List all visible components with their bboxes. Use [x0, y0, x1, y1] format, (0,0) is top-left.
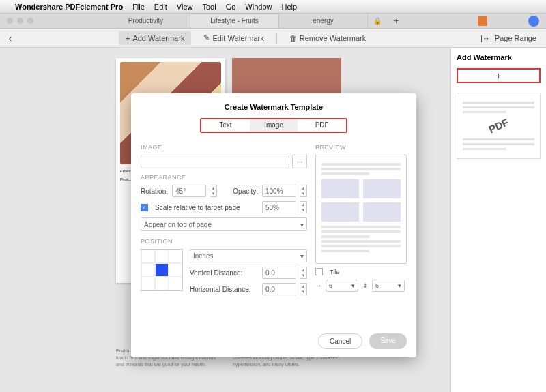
image-path-input[interactable] — [141, 155, 289, 168]
add-watermark-tile[interactable]: + — [457, 68, 541, 83]
back-button[interactable]: ‹ — [0, 33, 20, 44]
save-button[interactable]: Save — [369, 333, 407, 349]
vdist-input[interactable]: 0.0 — [262, 267, 296, 279]
vdist-stepper[interactable]: ▲▼ — [300, 267, 307, 279]
tab-productivity[interactable]: Productivity — [102, 14, 190, 28]
side-title: Add Watermark — [457, 53, 541, 61]
menu-edit[interactable]: Edit — [154, 3, 167, 11]
app-name[interactable]: Wondershare PDFelement Pro — [15, 3, 123, 11]
chevron-down-icon: ▾ — [300, 252, 304, 260]
tile-h-icon: ↔ — [315, 282, 321, 289]
watermark-toolbar: ‹ +Add Watermark ✎Edit Watermark 🗑Remove… — [0, 29, 546, 48]
vdist-label: Vertical Distance: — [190, 269, 258, 277]
seg-image[interactable]: Image — [250, 119, 298, 132]
rotation-input[interactable]: 45° — [172, 185, 206, 197]
seg-text[interactable]: Text — [201, 119, 250, 132]
brand-icon — [478, 16, 487, 26]
section-image: IMAGE — [141, 144, 307, 151]
tile-v-icon: ⇕ — [362, 282, 368, 289]
divider — [276, 33, 277, 44]
rotation-label: Rotation: — [141, 187, 168, 195]
opacity-stepper[interactable]: ▲▼ — [300, 185, 307, 197]
menu-window[interactable]: Window — [245, 3, 272, 11]
side-panel: Add Watermark + PDF — [450, 48, 546, 392]
tile-cols-input[interactable]: 6▾ — [326, 280, 358, 292]
range-icon: |↔| — [480, 34, 492, 42]
tile-checkbox[interactable] — [315, 268, 323, 275]
lock-icon: 🔒 — [368, 17, 387, 25]
units-select[interactable]: Inches▾ — [190, 249, 307, 262]
section-appearance: APPEARANCE — [141, 174, 307, 181]
watermark-template-thumb[interactable]: PDF — [457, 93, 541, 159]
create-watermark-modal: Create Watermark Template Text Image PDF… — [131, 93, 416, 357]
chevron-down-icon: ▾ — [300, 221, 304, 228]
layer-select[interactable]: Appear on top of page▾ — [141, 217, 307, 231]
tab-energy[interactable]: energy — [279, 14, 368, 28]
opacity-label: Opacity: — [233, 187, 258, 195]
source-segmented[interactable]: Text Image PDF — [200, 118, 347, 133]
menu-go[interactable]: Go — [226, 3, 236, 11]
tab-lifestyle[interactable]: Lifestyle - Fruits — [190, 14, 279, 28]
hdist-input[interactable]: 0.0 — [262, 283, 296, 295]
scale-stepper[interactable]: ▲▼ — [300, 201, 307, 213]
plus-icon: + — [126, 34, 130, 42]
anchor-grid[interactable] — [141, 249, 183, 291]
avatar[interactable] — [528, 16, 539, 27]
add-watermark-button[interactable]: +Add Watermark — [119, 31, 191, 45]
seg-pdf[interactable]: PDF — [298, 119, 346, 132]
remove-watermark-button[interactable]: 🗑Remove Watermark — [283, 31, 373, 45]
opacity-input[interactable]: 100% — [262, 185, 296, 197]
anchor-center[interactable] — [155, 263, 169, 277]
tile-label: Tile — [330, 269, 339, 275]
modal-title: Create Watermark Template — [131, 93, 416, 118]
section-position: POSITION — [141, 238, 307, 245]
new-tab-button[interactable]: + — [387, 16, 405, 26]
menu-view[interactable]: View — [177, 3, 193, 11]
scale-checkbox[interactable]: ✓ — [141, 204, 148, 211]
hdist-stepper[interactable]: ▲▼ — [300, 283, 307, 295]
scale-input[interactable]: 50% — [262, 201, 296, 213]
page-thumb-2 — [232, 58, 341, 99]
pencil-icon: ✎ — [203, 33, 210, 42]
hdist-label: Horizontal Distance: — [190, 286, 258, 293]
menu-file[interactable]: File — [132, 3, 145, 11]
browse-button[interactable]: ··· — [292, 155, 307, 168]
section-preview: PREVIEW — [315, 144, 407, 151]
document-tabbar: Productivity Lifestyle - Fruits energy 🔒… — [0, 14, 546, 29]
tile-rows-input[interactable]: 6▾ — [372, 280, 405, 292]
menu-tool[interactable]: Tool — [202, 3, 216, 11]
trash-icon: 🗑 — [289, 34, 297, 42]
watermark-preview — [315, 155, 407, 264]
scale-label: Scale relative to target page — [155, 204, 240, 211]
mac-menubar: Wondershare PDFelement Pro File Edit Vie… — [0, 0, 546, 14]
menu-help[interactable]: Help — [281, 3, 297, 11]
page-range-button[interactable]: |↔|Page Range — [474, 31, 543, 45]
rotation-stepper[interactable]: ▲▼ — [210, 185, 217, 197]
edit-watermark-button[interactable]: ✎Edit Watermark — [197, 31, 270, 45]
window-controls[interactable] — [0, 18, 40, 24]
cancel-button[interactable]: Cancel — [318, 333, 362, 349]
